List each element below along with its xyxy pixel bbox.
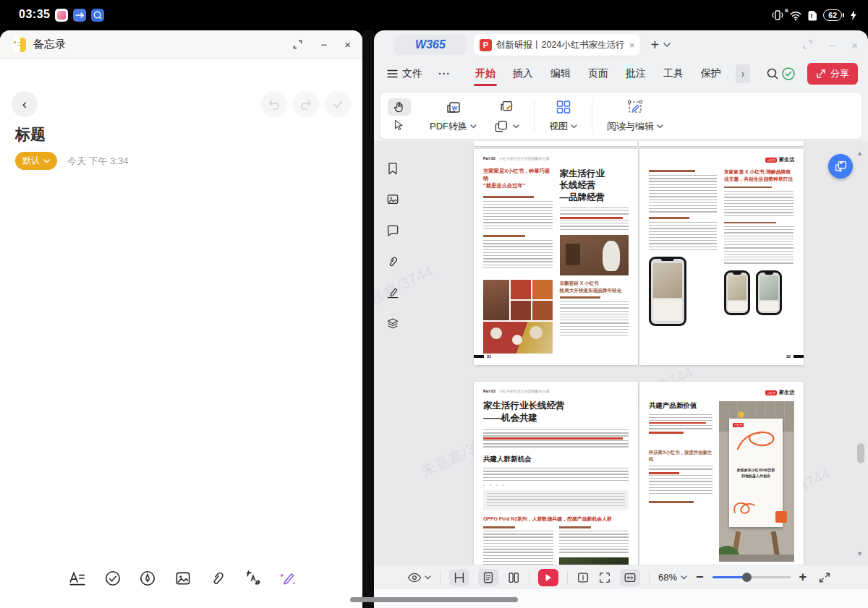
vertical-scrollbar-thumb[interactable] xyxy=(857,443,864,463)
note-title[interactable]: 标题 xyxy=(15,124,46,145)
share-button[interactable]: 分享 xyxy=(807,63,858,85)
attachment-tool-button[interactable] xyxy=(386,254,400,269)
pdf-annotate-icon xyxy=(498,98,516,116)
fit-page-button[interactable] xyxy=(576,571,590,584)
svg-text:W: W xyxy=(451,105,457,111)
split-screen-divider[interactable] xyxy=(362,30,374,608)
wps-close-button[interactable]: × xyxy=(851,39,858,51)
emphasis-text-placeholder xyxy=(649,472,679,474)
bookmark-tool-button[interactable] xyxy=(386,161,400,176)
zoom-slider-thumb[interactable] xyxy=(742,573,752,582)
document-canvas[interactable]: 朱嘉鑫/3744 朱嘉鑫/3744 朱嘉鑫/3744 朱嘉鑫/3744 朱嘉鑫/… xyxy=(374,141,868,565)
emphasis-text-placeholder xyxy=(483,437,623,440)
fullscreen-button[interactable] xyxy=(818,571,831,584)
section-heading: 家生活行业长线经营 ——机会共建 xyxy=(483,400,629,424)
tab-list-chevron-icon[interactable] xyxy=(663,43,671,48)
view-group[interactable]: 视图 xyxy=(546,97,580,134)
zoom-out-button[interactable]: − xyxy=(696,570,704,585)
pagenum-bar xyxy=(474,355,484,358)
view-mode-button[interactable] xyxy=(407,572,431,583)
text-format-button[interactable] xyxy=(67,568,88,589)
file-menu[interactable]: 文件 xyxy=(387,67,422,80)
notes-app-icon xyxy=(12,38,26,52)
new-tab-button[interactable]: + xyxy=(650,37,659,53)
body-text-placeholder xyxy=(724,226,793,265)
wps-minimize-button[interactable]: − xyxy=(829,39,835,51)
notes-split-resize-button[interactable] xyxy=(292,39,303,50)
app-icon-3 xyxy=(91,9,104,22)
back-button[interactable]: ‹ xyxy=(12,91,38,117)
close-tab-button[interactable]: × xyxy=(629,40,635,51)
emphasis-text-placeholder xyxy=(649,422,706,424)
ai-pen-button[interactable] xyxy=(277,568,299,589)
document-tab[interactable]: P 创新研报丨2024小红书家生活行 × xyxy=(474,34,640,56)
tab-tools[interactable]: 工具 xyxy=(662,63,685,85)
hand-tool-button[interactable] xyxy=(388,98,411,116)
wps-split-resize-button[interactable] xyxy=(802,39,813,51)
comment-tool-button[interactable] xyxy=(386,223,400,238)
emphasis-text-placeholder xyxy=(649,432,684,434)
menu-overflow-button[interactable]: › xyxy=(736,64,750,83)
fit-width-button[interactable] xyxy=(620,569,640,586)
brand-name: 家生活 xyxy=(779,156,794,163)
hamburger-icon xyxy=(387,69,398,78)
back-icon: ‹ xyxy=(22,96,27,112)
pdf-to-word-fab[interactable] xyxy=(828,154,853,179)
scroll-up-button[interactable]: ▲ xyxy=(856,150,863,157)
more-menu-button[interactable]: ··· xyxy=(438,68,451,80)
select-tool-button[interactable] xyxy=(388,117,411,133)
doodle-button[interactable] xyxy=(137,568,158,589)
undo-button[interactable] xyxy=(261,91,287,117)
note-timestamp: 今天 下午 3:34 xyxy=(67,155,129,168)
redo-button[interactable] xyxy=(293,91,319,117)
signature-tool-button[interactable] xyxy=(386,286,400,300)
scan-text-button[interactable] xyxy=(242,568,264,589)
article-heading: 科沃斯X小红书，深度共创新生机 xyxy=(649,450,712,463)
app-icon-2 xyxy=(73,9,86,22)
fit-screen-button[interactable] xyxy=(598,571,611,584)
layers-tool-button[interactable] xyxy=(386,317,400,331)
presentation-play-button[interactable] xyxy=(538,569,558,586)
continuous-scroll-button[interactable] xyxy=(449,569,469,586)
body-text-placeholder xyxy=(483,429,629,437)
body-text-placeholder xyxy=(724,191,793,218)
search-button[interactable] xyxy=(766,67,779,80)
image-tool-button[interactable] xyxy=(386,192,400,207)
attachment-button[interactable] xyxy=(207,568,229,589)
gesture-navigation-pill[interactable] xyxy=(350,597,518,602)
notes-minimize-button[interactable]: − xyxy=(320,39,327,50)
pdf-convert-group[interactable]: W PDF转换 xyxy=(427,97,480,134)
pdf-edit-group[interactable] xyxy=(491,97,522,134)
read-edit-group[interactable]: 阅读与编辑 xyxy=(604,97,666,134)
scroll-down-button[interactable]: ▼ xyxy=(856,550,863,557)
tab-home[interactable]: 开始 xyxy=(474,63,497,85)
play-icon xyxy=(545,573,552,582)
checklist-button[interactable] xyxy=(102,568,124,589)
tab-comment[interactable]: 批注 xyxy=(624,63,647,85)
wps-home-button[interactable]: W365 xyxy=(394,35,467,55)
zoom-in-button[interactable]: + xyxy=(799,570,807,585)
two-page-view-button[interactable] xyxy=(507,571,520,584)
single-page-view-button[interactable] xyxy=(478,569,498,586)
tab-page[interactable]: 页面 xyxy=(587,63,610,85)
page-number: 32 xyxy=(786,354,791,359)
tab-insert[interactable]: 插入 xyxy=(511,63,535,85)
svg-text:!: ! xyxy=(811,12,813,20)
wps-bottom-bar: 68% − + xyxy=(374,565,868,589)
zoom-level-selector[interactable]: 68% xyxy=(658,572,687,583)
pdf-page-34: 小红书 家生活 共建产品新价值 科沃斯X小红书，深度共创新生机 xyxy=(639,382,804,565)
clock: 03:35 xyxy=(19,8,50,21)
category-selector[interactable]: 默认 xyxy=(15,152,57,170)
section-heading: 家生活行业 长线经营 —品牌经营 xyxy=(560,168,629,203)
document-tab-title: 创新研报丨2024小红书家生活行 xyxy=(496,39,625,51)
insert-image-button[interactable] xyxy=(172,568,194,589)
confirm-button[interactable] xyxy=(325,91,351,117)
tab-protect[interactable]: 保护 xyxy=(699,63,723,85)
view-label: 视图 xyxy=(549,120,568,133)
notes-close-button[interactable]: × xyxy=(344,39,351,50)
tab-edit[interactable]: 编辑 xyxy=(549,63,572,85)
food-photo xyxy=(532,280,553,299)
body-text-placeholder xyxy=(483,531,553,565)
poster-logo xyxy=(775,511,787,523)
zoom-slider[interactable] xyxy=(712,576,791,578)
